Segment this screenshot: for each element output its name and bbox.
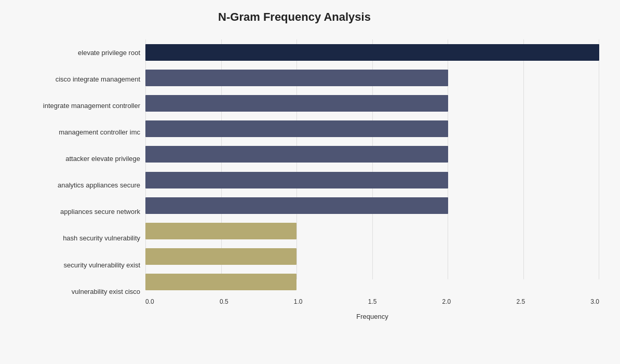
bar — [145, 223, 296, 239]
bar-row — [145, 271, 599, 293]
y-label: integrate management controller — [43, 95, 140, 117]
bar — [145, 172, 448, 188]
bar-row — [145, 41, 599, 64]
chart-area: elevate privilege rootcisco integrate ma… — [10, 39, 599, 320]
bar-row — [145, 245, 599, 268]
y-axis: elevate privilege rootcisco integrate ma… — [10, 39, 145, 320]
bar — [145, 44, 599, 61]
x-tick-label: 0.0 — [145, 298, 154, 305]
x-tick-label: 2.5 — [516, 298, 525, 305]
bar-row — [145, 169, 599, 192]
x-axis-title: Frequency — [145, 313, 599, 320]
bar-row — [145, 66, 599, 89]
y-label: attacker elevate privilege — [65, 147, 140, 170]
x-tick-label: 1.0 — [294, 298, 303, 305]
y-label: security vulnerability exist — [64, 253, 140, 276]
y-label: appliances secure network — [60, 200, 140, 223]
y-label: vulnerability exist cisco — [72, 280, 140, 303]
x-tick-label: 0.5 — [220, 298, 228, 305]
x-axis: 0.00.51.01.52.02.53.0 — [145, 295, 599, 311]
bar — [145, 146, 448, 163]
bar-row — [145, 194, 599, 217]
bar-row — [145, 143, 599, 166]
x-tick-label: 3.0 — [590, 298, 599, 305]
chart-title: N-Gram Frequency Analysis — [10, 10, 599, 24]
bar — [145, 274, 296, 290]
bar — [145, 120, 448, 137]
bar — [145, 95, 448, 112]
bar-row — [145, 220, 599, 242]
bars-section: 0.00.51.01.52.02.53.0 Frequency — [145, 39, 599, 320]
bar — [145, 70, 448, 86]
x-tick-label: 1.5 — [368, 298, 377, 305]
bar-row — [145, 92, 599, 115]
y-label: hash security vulnerability — [63, 227, 140, 250]
bar-row — [145, 117, 599, 140]
chart-container: N-Gram Frequency Analysis elevate privil… — [0, 0, 620, 364]
y-label: analytics appliances secure — [58, 174, 140, 197]
x-tick-label: 2.0 — [442, 298, 451, 305]
y-label: management controller imc — [59, 121, 140, 144]
bar — [145, 248, 296, 265]
bar — [145, 197, 448, 214]
y-label: elevate privilege root — [78, 42, 140, 64]
bars-wrapper — [145, 39, 599, 295]
y-label: cisco integrate management — [56, 68, 140, 91]
